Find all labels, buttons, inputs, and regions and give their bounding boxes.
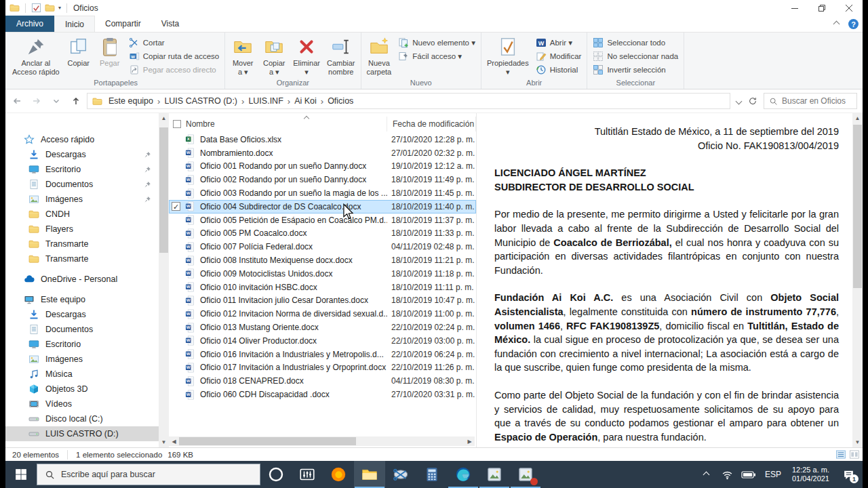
table-row[interactable]: WOficio 008 Instituto Mexiquense docx.do… — [169, 253, 476, 267]
sidebar-item-acceso-r-pido[interactable]: Acceso rápido — [5, 132, 159, 147]
table-row[interactable]: WOficio 002 Rodando por un sueño Danny.d… — [169, 173, 476, 186]
table-row[interactable]: WOficio 007 Polícia Federal.docx04/11/20… — [169, 240, 476, 253]
taskbar-snipping-tool-button[interactable] — [385, 461, 416, 488]
ribbon-button-new-item[interactable]: Nuevo elemento ▾ — [395, 36, 479, 49]
taskbar-calculator-button[interactable] — [416, 461, 448, 488]
properties-quick-icon[interactable] — [31, 3, 41, 13]
ribbon-button-edit[interactable]: Modificar — [532, 49, 585, 63]
table-row[interactable]: WOficio 014 Oliver Productor.docx22/10/2… — [169, 334, 476, 348]
up-button[interactable] — [67, 93, 85, 109]
table-row[interactable]: WOficio 005 Petición de Esápacio en Coac… — [169, 214, 476, 227]
sidebar-item-v-deos[interactable]: Vídeos — [5, 396, 159, 411]
tray-expand-button[interactable] — [698, 461, 715, 488]
table-row[interactable]: WOficio 010 invitación HSBC.docx18/10/20… — [169, 281, 476, 294]
table-row[interactable]: WOficio 013 Mustang Oriente.docx22/10/20… — [169, 321, 476, 334]
sidebar-item-m-sica[interactable]: Música — [5, 367, 159, 382]
breadcrumb-segment[interactable]: Oficios — [325, 95, 356, 107]
language-indicator[interactable]: ESP — [762, 470, 785, 479]
sidebar-item-este-equipo[interactable]: Este equipo — [5, 292, 159, 307]
taskbar-file-explorer-button[interactable] — [354, 461, 385, 488]
taskbar-photos-alt-button[interactable] — [510, 461, 541, 488]
ribbon-button-rename[interactable]: Cambiar nombre — [323, 34, 359, 78]
clock[interactable]: 12:25 a. m. 01/04/2021 — [789, 466, 832, 483]
taskbar-video-editor-button[interactable] — [292, 461, 323, 488]
scroll-up-icon[interactable]: ▲ — [852, 113, 863, 123]
ribbon-button-select-invert[interactable]: Invertir selección — [589, 63, 682, 77]
ribbon-button-move-to[interactable]: Mover a ▾ — [227, 34, 258, 78]
ribbon-button-copy-path[interactable]: WCopiar ruta de acceso — [125, 49, 223, 63]
taskbar-edge-button[interactable] — [448, 461, 479, 488]
sidebar-item-flayers[interactable]: Flayers — [5, 222, 159, 237]
preview-scrollbar[interactable]: ▲ ▼ — [852, 113, 863, 447]
table-row[interactable]: WOficio 003 Rodando por un sueño la magi… — [169, 186, 476, 200]
sidebar-item-documentos[interactable]: Documentos — [5, 322, 159, 337]
sidebar-item-descargas[interactable]: Descargas — [5, 147, 159, 162]
sidebar-item-luis-castro-d-[interactable]: LUIS CASTRO (D:) — [5, 426, 159, 441]
column-header-fecha[interactable]: Fecha de modificación — [387, 117, 476, 131]
ribbon-button-scissors[interactable]: Cortar — [125, 36, 223, 49]
scroll-up-icon[interactable]: ▲ — [159, 113, 169, 123]
table-row[interactable]: WOficio 005 PM Coacalco.docx18/10/2019 1… — [169, 227, 476, 241]
scroll-right-icon[interactable]: ▶ — [465, 436, 475, 446]
collapse-ribbon-icon[interactable] — [833, 21, 840, 28]
ribbon-button-select-all[interactable]: Seleccionar todo — [589, 36, 682, 49]
breadcrumb-segment[interactable]: LUIS CASTRO (D:) — [161, 95, 240, 107]
ribbon-button-delete[interactable]: Eliminar ▾ — [290, 34, 323, 78]
table-row[interactable]: WOficio 018 CENAPRED.docx04/11/2019 08:3… — [169, 374, 476, 388]
address-dropdown-icon[interactable] — [736, 98, 743, 104]
scroll-down-icon[interactable]: ▼ — [159, 437, 169, 447]
wifi-icon[interactable] — [719, 461, 736, 488]
breadcrumb[interactable]: Este equipo›LUIS CASTRO (D:)›LUIS.INF›Ai… — [87, 93, 730, 109]
action-center-button[interactable]: 1 — [837, 461, 860, 488]
scrollbar-thumb[interactable] — [853, 125, 862, 288]
table-row[interactable]: WOficio 060 CDH Discapacidad .docx27/10/… — [169, 388, 476, 401]
scroll-down-icon[interactable]: ▼ — [852, 437, 863, 447]
table-row[interactable]: ✓WOficio 004 Subdirector de DS Coacalco.… — [169, 200, 476, 214]
column-header-nombre[interactable]: Nombre — [169, 117, 387, 131]
sidebar-item-objetos-3d[interactable]: Objetos 3D — [5, 382, 159, 396]
ribbon-button-pin-large[interactable]: Anclar al Acceso rápido — [9, 34, 63, 78]
taskbar-search-box[interactable]: Escribe aquí para buscar — [37, 464, 260, 485]
thumbnail-view-icon[interactable] — [849, 449, 860, 460]
tab-vista[interactable]: Vista — [151, 16, 189, 32]
sidebar-item-escritorio[interactable]: Escritorio — [5, 337, 159, 352]
ribbon-button-easy-access[interactable]: Fácil acceso ▾ — [395, 49, 479, 63]
sidebar-item-im-genes[interactable]: Imágenes — [5, 192, 159, 207]
table-row[interactable]: WNombramiento.docx27/01/2020 02:32 p. m. — [169, 146, 476, 160]
table-row[interactable]: WOficio 017 Invitación a Industriales y … — [169, 361, 476, 375]
ribbon-button-copy-to[interactable]: Copiar a ▾ — [258, 34, 290, 78]
back-button[interactable] — [8, 93, 26, 109]
scroll-left-icon[interactable]: ◀ — [169, 436, 179, 446]
taskbar-photos-button[interactable] — [479, 461, 510, 488]
tab-archivo[interactable]: Archivo — [5, 16, 54, 32]
help-icon[interactable]: ? — [848, 19, 859, 29]
breadcrumb-segment[interactable]: LUIS.INF — [245, 95, 285, 107]
select-all-checkbox[interactable] — [173, 120, 181, 128]
sidebar-item-disco-local-c-[interactable]: Disco local (C:) — [5, 411, 159, 426]
explorer-search-box[interactable]: Buscar en Oficios — [764, 93, 857, 109]
sidebar-item-transmarte[interactable]: Transmarte — [5, 251, 159, 266]
ribbon-button-properties[interactable]: Propiedades ▾ — [484, 34, 532, 78]
table-row[interactable]: WOficio 011 Invitacion julio Cesar Doran… — [169, 294, 476, 308]
forward-button[interactable] — [28, 93, 45, 109]
table-row[interactable]: WOficio 009 Motociclistas Unidos.docx18/… — [169, 267, 476, 281]
start-button[interactable] — [5, 461, 37, 488]
breadcrumb-segment[interactable]: Este equipo — [106, 95, 156, 107]
ribbon-button-paste[interactable]: Pegar — [94, 34, 125, 69]
scrollbar-thumb[interactable] — [159, 127, 168, 253]
ribbon-button-copy[interactable]: Copiar — [63, 34, 94, 69]
ribbon-button-new-folder[interactable]: Nueva carpeta — [363, 34, 395, 78]
recent-locations-caret-icon[interactable] — [47, 93, 65, 109]
sidebar-scrollbar[interactable]: ▲ ▼ — [159, 113, 169, 447]
tab-compartir[interactable]: Compartir — [95, 16, 151, 32]
ribbon-button-history[interactable]: Historial — [532, 63, 585, 77]
scrollbar-thumb[interactable] — [179, 437, 356, 445]
sidebar-item-onedrive-personal[interactable]: OneDrive - Personal — [5, 272, 159, 287]
ribbon-button-word-badge[interactable]: WAbrir ▾ — [532, 36, 585, 49]
sidebar-item-descargas[interactable]: Descargas — [5, 307, 159, 322]
minimize-button[interactable] — [781, 0, 808, 16]
sidebar-item-escritorio[interactable]: Escritorio — [5, 162, 159, 177]
restore-button[interactable] — [808, 0, 835, 16]
row-checkbox[interactable]: ✓ — [172, 202, 180, 211]
horizontal-scrollbar[interactable]: ◀ ▶ — [169, 436, 475, 446]
